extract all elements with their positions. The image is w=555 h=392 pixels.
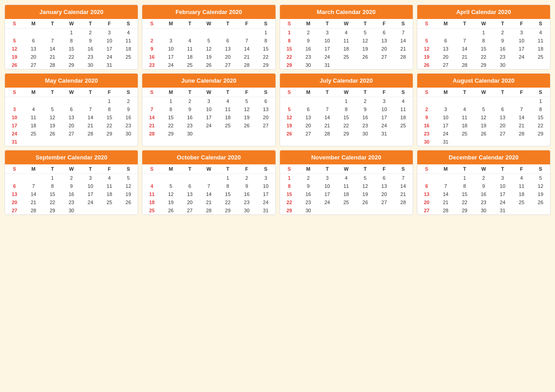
calendar-november-header-S-6: S — [394, 164, 413, 174]
calendar-august-day-1-4: 6 — [493, 105, 512, 113]
calendar-september-header: September Calendar 2020 — [5, 150, 138, 164]
calendar-june-day-4-1: 29 — [161, 130, 180, 138]
calendar-march-day-3-4: 26 — [356, 53, 375, 61]
calendar-july-day-4-3: 29 — [337, 130, 356, 138]
calendar-january-week-0: 1234 — [5, 28, 138, 37]
calendar-july-day-1-4: 9 — [356, 105, 375, 113]
calendar-december-day-1-5: 11 — [512, 182, 531, 190]
calendar-august-header-S-6: S — [531, 88, 550, 97]
calendar-may-day-4-3: 27 — [62, 130, 81, 138]
calendar-may-day-5-3 — [62, 138, 81, 146]
calendar-january-week-1: 567891011 — [5, 37, 138, 45]
calendar-november-week-0: 1234567 — [280, 174, 413, 182]
calendar-april-day-4-1: 27 — [436, 61, 455, 69]
calendar-may-day-3-1: 18 — [24, 121, 43, 130]
calendar-april-day-2-5: 17 — [512, 45, 531, 53]
calendar-september-day-4-5 — [100, 206, 119, 215]
calendar-december-day-1-6: 12 — [531, 182, 550, 190]
calendar-july-day-4-4: 30 — [356, 130, 375, 138]
calendar-march-week-2: 15161718192021 — [280, 45, 413, 53]
calendar-june-day-0-0 — [142, 97, 161, 106]
calendar-july-week-2: 12131415161718 — [280, 113, 413, 121]
calendar-december-day-1-4: 10 — [493, 182, 512, 190]
calendar-february-day-2-1: 10 — [161, 45, 180, 53]
calendar-march-day-4-4 — [356, 61, 375, 69]
calendar-december-day-2-2: 15 — [455, 190, 474, 198]
calendar-august-day-2-1: 10 — [436, 113, 455, 121]
calendar-november-day-1-6: 14 — [394, 182, 413, 190]
calendar-december-day-2-0: 13 — [417, 190, 436, 198]
calendar-may-header-T-4: T — [81, 88, 100, 97]
calendar-august-day-0-1 — [436, 97, 455, 106]
calendar-july-header-F-5: F — [375, 88, 394, 97]
calendar-december-day-0-6: 5 — [531, 174, 550, 182]
calendar-january-day-2-2: 14 — [43, 45, 62, 53]
calendar-april-day-1-2: 7 — [455, 37, 474, 45]
calendar-august-day-4-4: 27 — [493, 130, 512, 138]
calendar-april-week-2: 12131415161718 — [417, 45, 550, 53]
calendar-march-day-2-5: 20 — [375, 45, 394, 53]
calendar-november-week-2: 15161718192021 — [280, 190, 413, 198]
calendar-march-header-F-5: F — [375, 19, 394, 28]
calendar-january-header: January Calendar 2020 — [5, 5, 138, 19]
calendar-december-day-3-1: 21 — [436, 198, 455, 206]
calendar-august-day-2-5: 14 — [512, 113, 531, 121]
calendar-december-day-4-5 — [512, 206, 531, 215]
calendar-july-day-0-5: 3 — [375, 97, 394, 106]
calendar-september-day-4-2: 29 — [43, 206, 62, 215]
calendar-july-header-M-1: M — [299, 88, 318, 97]
calendar-june-week-3: 21222324252627 — [142, 121, 275, 130]
calendar-june-day-3-3: 24 — [199, 121, 218, 130]
calendar-april-day-2-2: 14 — [455, 45, 474, 53]
calendar-september-day-1-2: 8 — [43, 182, 62, 190]
calendar-september-day-2-4: 17 — [81, 190, 100, 198]
calendar-april-day-2-4: 16 — [493, 45, 512, 53]
calendar-october-header-T-4: T — [218, 164, 237, 174]
calendar-august-day-3-6: 22 — [531, 121, 550, 130]
calendar-august-day-3-2: 18 — [455, 121, 474, 130]
calendar-june-week-0: 123456 — [142, 97, 275, 106]
calendar-february-week-4: 23242526272829 — [142, 61, 275, 69]
calendar-december-day-0-2: 1 — [455, 174, 474, 182]
calendar-march-header-T-4: T — [356, 19, 375, 28]
calendar-august-day-3-5: 21 — [512, 121, 531, 130]
calendar-february-day-3-2: 18 — [180, 53, 199, 61]
calendar-january-day-3-5: 24 — [100, 53, 119, 61]
calendar-june-day-0-4: 4 — [218, 97, 237, 106]
calendar-september-day-2-0: 13 — [5, 190, 24, 198]
calendar-august-day-2-2: 11 — [455, 113, 474, 121]
calendar-october-day-2-0: 11 — [142, 190, 161, 198]
calendar-september-day-2-2: 15 — [43, 190, 62, 198]
calendar-april-day-1-4: 9 — [493, 37, 512, 45]
calendar-july-week-0: 1234 — [280, 97, 413, 106]
calendar-march-week-4: 293031 — [280, 61, 413, 69]
calendar-january-day-3-4: 23 — [81, 53, 100, 61]
calendar-may-day-0-5: 1 — [100, 97, 119, 106]
calendar-august-header-T-2: T — [455, 88, 474, 97]
calendar-july-day-1-5: 10 — [375, 105, 394, 113]
calendar-january-day-3-0: 19 — [5, 53, 24, 61]
calendar-may-day-3-2: 19 — [43, 121, 62, 130]
calendar-november-day-3-2: 24 — [318, 198, 337, 206]
calendar-april-day-4-2: 28 — [455, 61, 474, 69]
calendar-may-day-2-6: 16 — [119, 113, 138, 121]
calendar-november-day-0-5: 6 — [375, 174, 394, 182]
calendar-april-day-0-1 — [436, 28, 455, 37]
calendar-july-day-2-6: 18 — [394, 113, 413, 121]
calendar-september-day-3-2: 22 — [43, 198, 62, 206]
calendar-december-day-4-1: 28 — [436, 206, 455, 215]
calendar-december-day-4-2: 29 — [455, 206, 474, 215]
calendar-march-day-4-6 — [394, 61, 413, 69]
calendar-july-day-2-5: 17 — [375, 113, 394, 121]
calendar-august-day-2-0: 9 — [417, 113, 436, 121]
calendar-december-header-S-0: S — [417, 164, 436, 174]
calendar-july-day-4-1: 27 — [299, 130, 318, 138]
calendar-september-day-1-1: 7 — [24, 182, 43, 190]
calendar-april-day-2-1: 13 — [436, 45, 455, 53]
calendar-february-day-2-5: 14 — [237, 45, 256, 53]
calendar-march-header-M-1: M — [299, 19, 318, 28]
calendar-february-day-4-6: 29 — [256, 61, 275, 69]
calendar-february-header-M-1: M — [161, 19, 180, 28]
calendar-february: February Calendar 2020SMTWTFS12345678910… — [142, 5, 275, 70]
calendar-november-week-1: 891011121314 — [280, 182, 413, 190]
